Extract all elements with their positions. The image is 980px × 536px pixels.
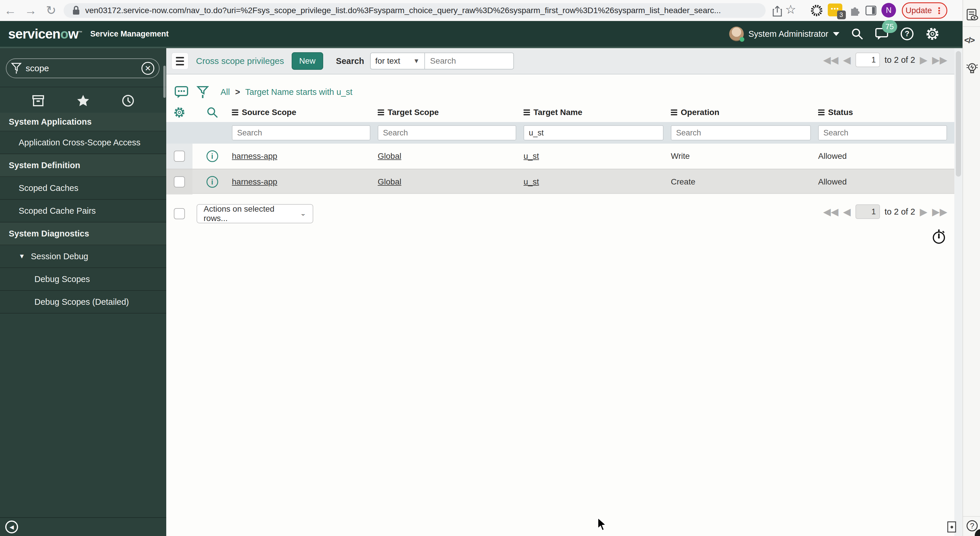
row-checkbox[interactable] bbox=[174, 176, 185, 187]
address-bar[interactable]: ven03172.service-now.com/nav_to.do?uri=%… bbox=[64, 3, 766, 18]
filter-target-name-input[interactable] bbox=[523, 125, 663, 140]
first-page-button[interactable]: ◀◀ bbox=[823, 207, 838, 217]
conversations-icon[interactable]: 75 bbox=[875, 27, 889, 41]
list-chat-icon[interactable] bbox=[174, 85, 188, 99]
column-menu-icon[interactable] bbox=[818, 110, 824, 115]
panel-help-icon[interactable]: ? bbox=[967, 520, 978, 531]
search-mode-select[interactable]: for text ▼ bbox=[370, 53, 425, 70]
browser-reload-button[interactable]: ↻ bbox=[41, 3, 61, 18]
help-icon[interactable]: ? bbox=[900, 27, 914, 41]
svg-text:?: ? bbox=[905, 29, 909, 38]
page-number-input[interactable] bbox=[856, 53, 880, 67]
next-page-button[interactable]: ▶ bbox=[920, 55, 928, 65]
breadcrumb-filter-link[interactable]: Target Name starts with u_st bbox=[245, 87, 352, 97]
previous-page-button[interactable]: ◀ bbox=[843, 55, 851, 65]
record-info-icon[interactable]: i bbox=[207, 176, 218, 188]
breadcrumb-all-link[interactable]: All bbox=[221, 87, 230, 97]
first-page-button[interactable]: ◀◀ bbox=[823, 55, 838, 65]
browser-update-button[interactable]: Update ⋮ bbox=[902, 2, 947, 19]
nav-item-session-debug[interactable]: ▼Session Debug bbox=[0, 245, 166, 268]
column-header-source-scope[interactable]: Source Scope bbox=[232, 108, 378, 117]
page-number-input[interactable] bbox=[856, 204, 880, 219]
column-menu-icon[interactable] bbox=[232, 110, 238, 115]
column-search-toggle-icon[interactable] bbox=[192, 106, 232, 119]
last-page-button[interactable]: ▶▶ bbox=[932, 55, 947, 65]
response-time-stopwatch-icon[interactable] bbox=[932, 228, 946, 244]
idea-lightbulb-icon[interactable] bbox=[966, 61, 979, 76]
user-name: System Administrator bbox=[748, 29, 828, 39]
column-header-target-name[interactable]: Target Name bbox=[523, 108, 671, 117]
extension-badge: 3 bbox=[837, 11, 846, 19]
nav-section-system-applications[interactable]: System Applications bbox=[0, 113, 166, 131]
column-header-target-scope[interactable]: Target Scope bbox=[378, 108, 523, 117]
application-navigator: ✕ System Applications Application Cross-… bbox=[0, 48, 166, 536]
cell-source-scope-link[interactable]: harness-app bbox=[232, 152, 378, 161]
expand-caret-icon[interactable]: ▼ bbox=[19, 252, 25, 260]
extension-spinner-icon[interactable] bbox=[810, 4, 823, 17]
user-avatar bbox=[729, 27, 744, 41]
history-tab[interactable] bbox=[122, 94, 134, 107]
scroll-corner-icon[interactable] bbox=[947, 522, 956, 533]
last-page-button[interactable]: ▶▶ bbox=[932, 207, 947, 217]
actions-on-selected-rows-select[interactable]: Actions on selected rows... ⌄ bbox=[197, 204, 313, 223]
cell-target-scope-link[interactable]: Global bbox=[378, 177, 523, 187]
list-title-link[interactable]: Cross scope privileges bbox=[196, 56, 284, 66]
browser-menu-kebab-icon[interactable]: ⋮ bbox=[935, 6, 943, 16]
page-scrollbar[interactable] bbox=[955, 48, 963, 536]
new-record-button[interactable]: New bbox=[292, 52, 323, 70]
bookmark-star-icon[interactable]: ☆ bbox=[785, 2, 796, 17]
filter-target-scope-input[interactable] bbox=[378, 125, 516, 140]
browser-forward-button[interactable]: → bbox=[21, 3, 41, 18]
column-menu-icon[interactable] bbox=[378, 110, 384, 115]
nav-item-debug-scopes[interactable]: Debug Scopes bbox=[0, 268, 166, 291]
filter-status-input[interactable] bbox=[818, 125, 947, 140]
nav-item-scoped-caches[interactable]: Scoped Caches bbox=[0, 177, 166, 200]
extensions-puzzle-icon[interactable] bbox=[849, 5, 861, 16]
browser-back-button[interactable]: ← bbox=[0, 3, 21, 18]
next-page-button[interactable]: ▶ bbox=[920, 207, 928, 217]
global-search-icon[interactable] bbox=[851, 27, 864, 41]
list-settings-gear-icon[interactable] bbox=[166, 106, 192, 118]
browser-profile-avatar[interactable]: N bbox=[881, 3, 896, 18]
favorites-tab[interactable] bbox=[76, 94, 90, 107]
user-status-dot bbox=[740, 37, 745, 42]
column-header-status[interactable]: Status bbox=[818, 108, 955, 117]
list-search-input[interactable] bbox=[425, 53, 514, 70]
cell-source-scope-link[interactable]: harness-app bbox=[232, 177, 378, 187]
side-panel-icon[interactable] bbox=[865, 5, 877, 16]
previous-page-button[interactable]: ◀ bbox=[843, 207, 851, 217]
all-applications-tab[interactable] bbox=[32, 94, 45, 107]
share-icon[interactable] bbox=[772, 5, 782, 17]
nav-item-application-cross-scope-access[interactable]: Application Cross-Scope Access bbox=[0, 131, 166, 154]
nav-item-debug-scopes-detailed[interactable]: Debug Scopes (Detailed) bbox=[0, 291, 166, 314]
select-all-checkbox[interactable] bbox=[174, 208, 185, 219]
nav-item-scoped-cache-pairs[interactable]: Scoped Cache Pairs bbox=[0, 200, 166, 222]
column-menu-icon[interactable] bbox=[671, 110, 677, 115]
record-info-icon[interactable]: i bbox=[207, 150, 218, 162]
code-panel-icon[interactable]: </> bbox=[964, 36, 974, 45]
navigator-filter-box[interactable]: ✕ bbox=[6, 58, 159, 78]
sidebar-scrollbar[interactable] bbox=[163, 66, 165, 98]
list-context-menu-button[interactable] bbox=[172, 53, 188, 70]
reader-preview-icon[interactable] bbox=[966, 8, 979, 22]
column-header-operation[interactable]: Operation bbox=[671, 108, 818, 117]
navigator-filter-input[interactable] bbox=[25, 63, 130, 73]
filter-source-scope-input[interactable] bbox=[232, 125, 371, 140]
cell-target-scope-link[interactable]: Global bbox=[378, 152, 523, 161]
clear-filter-icon[interactable]: ✕ bbox=[142, 62, 154, 75]
user-menu[interactable]: System Administrator bbox=[729, 27, 839, 41]
scrollbar-thumb[interactable] bbox=[956, 51, 961, 177]
nav-section-system-definition[interactable]: System Definition bbox=[0, 154, 166, 177]
cell-target-name-link[interactable]: u_st bbox=[523, 177, 671, 187]
row-checkbox[interactable] bbox=[174, 151, 185, 162]
settings-gear-icon[interactable] bbox=[925, 27, 940, 41]
extension-yellow-icon[interactable]: ••• 3 bbox=[828, 3, 842, 16]
column-menu-icon[interactable] bbox=[523, 110, 530, 115]
nav-section-system-diagnostics[interactable]: System Diagnostics bbox=[0, 222, 166, 245]
filter-funnel-icon[interactable] bbox=[197, 85, 209, 99]
collapse-sidebar-button[interactable]: ◀ bbox=[5, 520, 18, 533]
filter-operation-input[interactable] bbox=[671, 125, 811, 140]
servicenow-logo[interactable]: servicenow™ bbox=[8, 26, 82, 42]
mouse-cursor bbox=[597, 517, 609, 532]
cell-target-name-link[interactable]: u_st bbox=[523, 152, 671, 161]
